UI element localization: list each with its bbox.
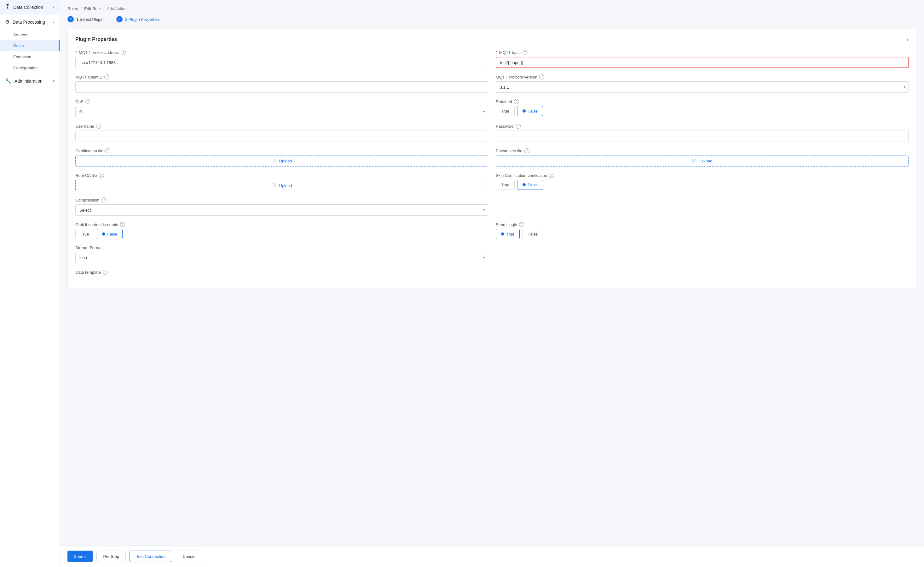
data-template-label: Data template ? xyxy=(75,270,909,275)
form-group-mqtt-topic: * MQTT topic ? xyxy=(496,50,909,68)
form-group-compression: Compression ? Select xyxy=(75,197,488,216)
retained-help-icon[interactable]: ? xyxy=(514,99,519,104)
mqtt-broker-input[interactable] xyxy=(75,57,488,68)
sidebar-item-administration[interactable]: 🔧 Administration ▾ xyxy=(0,74,60,88)
password-input[interactable] xyxy=(496,131,909,142)
form-group-placeholder xyxy=(496,197,909,216)
panel-title: Plugin Properties xyxy=(75,36,117,42)
mqtt-topic-help-icon[interactable]: ? xyxy=(522,50,528,55)
mqtt-clientid-input[interactable] xyxy=(75,81,488,93)
panel-collapse-icon[interactable]: ▾ xyxy=(906,37,909,42)
form-group-password: Password ? xyxy=(496,123,909,142)
root-ca-help-icon[interactable]: ? xyxy=(99,173,104,178)
upload-icon: 📄 xyxy=(272,159,276,163)
private-key-help-icon[interactable]: ? xyxy=(524,148,530,153)
mqtt-clientid-help-icon[interactable]: ? xyxy=(104,74,110,80)
steps-bar: ✓ 1.Select Plugin ✓ 2.Plugin Properties xyxy=(68,16,916,23)
sidebar-item-label: Data Collection xyxy=(13,5,43,10)
step-1-label: 1.Select Plugin xyxy=(76,17,104,22)
mqtt-clientid-label: MQTT ClientID ? xyxy=(75,74,488,80)
cancel-button[interactable]: Cancel xyxy=(176,550,202,562)
stream-format-select-wrapper: json protobuf xyxy=(75,252,488,263)
cert-file-help-icon[interactable]: ? xyxy=(105,148,110,153)
username-help-icon[interactable]: ? xyxy=(96,123,101,129)
breadcrumb-rules[interactable]: Rules xyxy=(68,6,78,11)
username-input[interactable] xyxy=(75,131,488,142)
compression-select[interactable]: Select xyxy=(75,205,488,216)
sidebar-item-rules[interactable]: Rules xyxy=(0,41,60,51)
data-template-help-icon[interactable]: ? xyxy=(103,270,108,275)
send-single-help-icon[interactable]: ? xyxy=(519,222,524,227)
form-group-data-template: Data template ? xyxy=(75,270,909,275)
form-row-1: * MQTT broker address ? * MQTT topic ? xyxy=(75,50,909,68)
sidebar-item-label: Configuration xyxy=(13,66,38,70)
test-connection-button[interactable]: Test Connection xyxy=(129,550,172,562)
form-row-9: Stream Format json protobuf xyxy=(75,245,909,263)
mqtt-protocol-select[interactable]: 3.1.1 5.0 xyxy=(496,81,909,93)
step-2-label: 2.Plugin Properties xyxy=(125,17,160,22)
form-row-3: QoS ? 0 1 2 Retained ? xyxy=(75,99,909,117)
compression-help-icon[interactable]: ? xyxy=(102,197,106,203)
stream-format-label: Stream Format xyxy=(75,245,488,250)
data-collection-icon: 🗄 xyxy=(5,5,10,10)
skip-cert-false-btn[interactable]: False xyxy=(517,180,543,190)
form-row-8: Omit if content is empty ? True False xyxy=(75,222,909,239)
sidebar-item-data-processing[interactable]: ⚙ Data Processing ▴ xyxy=(0,15,60,29)
data-processing-icon: ⚙ xyxy=(5,19,9,25)
compression-label: Compression ? xyxy=(75,197,488,203)
mqtt-topic-input[interactable] xyxy=(496,57,909,68)
upload-icon: 📄 xyxy=(272,183,276,188)
send-single-true-btn[interactable]: True xyxy=(496,229,520,239)
stream-format-select[interactable]: json protobuf xyxy=(75,252,488,263)
skip-cert-help-icon[interactable]: ? xyxy=(549,173,554,178)
compression-select-wrapper: Select xyxy=(75,205,488,216)
submit-button[interactable]: Submit xyxy=(68,550,93,562)
chevron-down-icon: ▾ xyxy=(52,5,54,9)
form-row-5: Certification file ? 📄 Upload Private ke… xyxy=(75,148,909,167)
sidebar: 🗄 Data Collection ▾ ⚙ Data Processing ▴ … xyxy=(0,0,60,567)
breadcrumb-edit-rule[interactable]: Edit Rule xyxy=(84,6,101,11)
form-row-4: Username ? Password ? xyxy=(75,123,909,142)
retained-label: Retained ? xyxy=(496,99,909,104)
omit-help-icon[interactable]: ? xyxy=(120,222,125,227)
chevron-up-icon: ▴ xyxy=(52,20,54,24)
mqtt-broker-help-icon[interactable]: ? xyxy=(121,50,126,55)
sidebar-item-data-collection[interactable]: 🗄 Data Collection ▾ xyxy=(0,0,60,15)
sidebar-item-extension[interactable]: Extension xyxy=(0,51,60,62)
qos-help-icon[interactable]: ? xyxy=(86,99,90,104)
form-group-mqtt-clientid: MQTT ClientID ? xyxy=(75,74,488,93)
retained-toggle-group: True False xyxy=(496,106,909,116)
form-group-spacer2 xyxy=(496,245,909,263)
mqtt-protocol-label: MQTT protocol version ? xyxy=(496,74,909,80)
private-key-label: Private key file ? xyxy=(496,148,909,153)
cert-upload-btn[interactable]: 📄 Upload xyxy=(75,155,488,167)
omit-true-btn[interactable]: True xyxy=(75,229,94,239)
qos-select-wrapper: 0 1 2 xyxy=(75,106,488,117)
retained-true-btn[interactable]: True xyxy=(496,106,514,116)
skip-cert-true-btn[interactable]: True xyxy=(496,180,514,190)
form-group-private-key: Private key file ? 📄 Upload xyxy=(496,148,909,167)
cert-file-label: Certification file ? xyxy=(75,148,488,153)
retained-false-dot xyxy=(522,110,526,113)
mqtt-protocol-help-icon[interactable]: ? xyxy=(539,74,544,80)
sidebar-item-configuration[interactable]: Configuration xyxy=(0,62,60,74)
private-key-upload-btn[interactable]: 📄 Upload xyxy=(496,155,909,167)
bottom-bar: Submit Pre Step Test Connection Cancel xyxy=(60,545,924,567)
skip-cert-toggle-group: True False xyxy=(496,180,909,190)
form-group-qos: QoS ? 0 1 2 xyxy=(75,99,488,117)
qos-select[interactable]: 0 1 2 xyxy=(75,106,488,117)
send-single-toggle-group: True False xyxy=(496,229,909,239)
sidebar-item-sources[interactable]: Sources xyxy=(0,29,60,41)
form-group-retained: Retained ? True False xyxy=(496,99,909,117)
omit-false-btn[interactable]: False xyxy=(97,229,123,239)
sidebar-item-label: Administration xyxy=(15,78,42,84)
mqtt-topic-label: * MQTT topic ? xyxy=(496,50,909,55)
root-ca-upload-btn[interactable]: 📄 Upload xyxy=(75,180,488,191)
retained-false-btn[interactable]: False xyxy=(517,106,543,116)
pre-step-button[interactable]: Pre Step xyxy=(96,550,126,562)
form-row-6: Root CA file ? 📄 Upload Skip Certificati… xyxy=(75,173,909,191)
send-single-false-btn[interactable]: False xyxy=(522,229,543,239)
panel-header: Plugin Properties ▾ xyxy=(75,36,909,42)
password-help-icon[interactable]: ? xyxy=(516,123,520,129)
sidebar-item-label: Data Processing xyxy=(13,20,45,25)
